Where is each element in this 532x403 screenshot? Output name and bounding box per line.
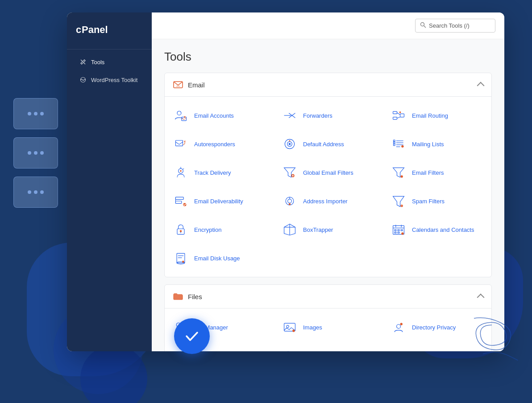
svg-point-2: [81, 78, 86, 82]
main-window: c Panel Tools WordPress Toolkit: [67, 12, 504, 351]
svg-rect-43: [175, 201, 181, 203]
tool-email-accounts[interactable]: Email Accounts: [165, 101, 274, 130]
tool-default-address[interactable]: Default Address: [274, 130, 382, 158]
tool-email-deliverability-label: Email Deliverability: [194, 198, 243, 205]
decorative-sidebar-cards: [13, 98, 58, 208]
svg-line-11: [292, 113, 295, 115]
tool-encryption-label: Encryption: [194, 226, 221, 233]
tool-email-filters-label: Email Filters: [412, 169, 444, 176]
tool-global-email-filters[interactable]: Global Email Filters: [274, 158, 382, 187]
svg-point-78: [292, 329, 295, 332]
svg-point-7: [177, 111, 181, 115]
search-input-label: Search Tools (/): [429, 22, 470, 29]
svg-rect-13: [393, 111, 397, 114]
files-section-icon: [173, 291, 183, 302]
files-section-header-left: Files: [173, 291, 202, 302]
tool-directory-privacy-label: Directory Privacy: [412, 324, 456, 331]
tools-icon: [79, 58, 87, 66]
email-section-icon: [173, 79, 183, 90]
tool-track-delivery[interactable]: Track Delivery: [165, 158, 274, 187]
svg-point-33: [180, 170, 182, 172]
decorative-card-3: [13, 177, 58, 208]
checkmark-overlay: [174, 318, 210, 354]
svg-rect-30: [393, 144, 395, 146]
tool-images[interactable]: Images: [274, 313, 382, 341]
svg-rect-19: [175, 140, 183, 146]
tool-autoresponders[interactable]: Autoresponders: [165, 130, 274, 158]
tool-boxtrapper[interactable]: BoxTrapper: [274, 215, 382, 244]
svg-point-18: [399, 111, 401, 113]
email-section-chevron: [477, 82, 485, 90]
tool-email-disk-usage-label: Email Disk Usage: [194, 255, 240, 262]
svg-rect-65: [401, 230, 403, 231]
email-section: Email: [164, 73, 492, 277]
files-section-header[interactable]: Files: [165, 285, 491, 308]
svg-point-79: [397, 325, 401, 329]
tool-ftp-accounts[interactable]: FTP FTP Accounts: [274, 341, 382, 351]
svg-point-47: [288, 199, 292, 203]
svg-point-3: [421, 23, 424, 26]
tool-email-routing[interactable]: Email Routing: [382, 101, 491, 130]
tool-address-importer[interactable]: Address Importer: [274, 187, 382, 215]
nav-item-tools[interactable]: Tools: [71, 54, 148, 70]
cpanel-logo-svg: c Panel: [76, 22, 125, 37]
cpanel-logo: c Panel: [76, 22, 143, 37]
nav-tools-label: Tools: [91, 59, 104, 66]
tool-email-routing-label: Email Routing: [412, 112, 448, 119]
files-section-title: Files: [188, 293, 202, 300]
svg-rect-29: [393, 142, 395, 144]
svg-point-77: [287, 325, 289, 328]
svg-rect-67: [398, 232, 399, 233]
tool-mailing-lists[interactable]: Mailing Lists: [382, 130, 491, 158]
search-icon: [420, 22, 426, 29]
logo-area: c Panel: [67, 12, 152, 49]
tool-email-disk-usage[interactable]: Email Disk Usage: [165, 244, 274, 272]
bg-decoration-3: [80, 345, 147, 403]
tool-mailing-lists-label: Mailing Lists: [412, 141, 444, 148]
tool-directory-privacy[interactable]: Directory Privacy: [382, 313, 491, 341]
svg-point-54: [180, 230, 182, 232]
tool-spam-filters[interactable]: Spam Filters: [382, 187, 491, 215]
decorative-card-1: [13, 98, 58, 129]
tool-email-accounts-label: Email Accounts: [194, 112, 234, 119]
tool-global-email-filters-label: Global Email Filters: [303, 169, 353, 176]
svg-rect-63: [395, 230, 396, 231]
tool-autoresponders-label: Autoresponders: [194, 141, 235, 148]
svg-point-41: [400, 175, 403, 177]
svg-rect-28: [393, 140, 395, 142]
page-title: Tools: [164, 50, 492, 64]
files-section: Files File Manage: [164, 284, 492, 351]
files-section-chevron: [477, 294, 485, 301]
svg-text:c: c: [76, 24, 81, 35]
email-section-header[interactable]: Email: [165, 73, 491, 97]
nav-item-wordpress[interactable]: WordPress Toolkit: [71, 72, 148, 88]
email-tools-grid: Email Accounts Forwarders: [165, 97, 491, 277]
content-area: Tools Email: [152, 39, 504, 351]
wordpress-icon: [79, 76, 87, 83]
svg-point-48: [289, 203, 291, 205]
nav-sidebar: c Panel Tools WordPress Toolkit: [67, 12, 152, 351]
svg-rect-6: [176, 86, 180, 87]
tool-email-filters[interactable]: Email Filters: [382, 158, 491, 187]
svg-rect-42: [175, 197, 183, 199]
svg-line-35: [183, 169, 184, 169]
svg-point-31: [401, 145, 403, 148]
search-box[interactable]: Search Tools (/): [415, 19, 495, 33]
tool-default-address-label: Default Address: [303, 141, 344, 148]
tool-address-importer-label: Address Importer: [303, 198, 348, 205]
svg-point-23: [289, 140, 291, 142]
tool-calendars-contacts[interactable]: Calendars and Contacts: [382, 215, 491, 244]
tool-calendars-contacts-label: Calendars and Contacts: [412, 226, 474, 233]
email-section-header-left: Email: [173, 79, 205, 90]
tool-forwarders[interactable]: Forwarders: [274, 101, 382, 130]
tool-forwarders-label: Forwarders: [303, 112, 332, 119]
svg-point-9: [184, 116, 186, 118]
topbar: Search Tools (/): [152, 12, 504, 39]
svg-rect-8: [182, 117, 187, 121]
email-section-title: Email: [188, 81, 205, 89]
tool-encryption[interactable]: Encryption: [165, 215, 274, 244]
nav-wordpress-label: WordPress Toolkit: [91, 77, 137, 83]
svg-point-73: [182, 261, 184, 263]
tool-email-deliverability[interactable]: Email Deliverability: [165, 187, 274, 215]
tool-track-delivery-label: Track Delivery: [194, 169, 231, 176]
